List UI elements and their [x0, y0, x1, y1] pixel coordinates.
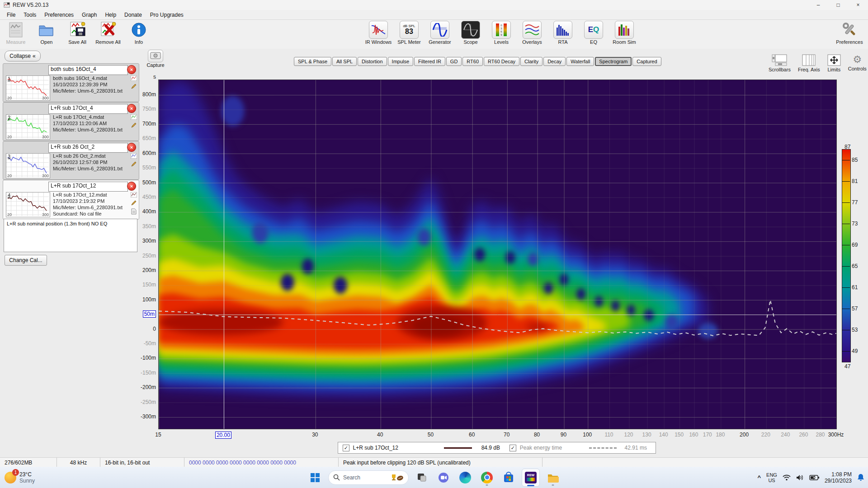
measurement-card-1[interactable]: both subs 16Oct_4 × 1 20 300 both subs 1…: [3, 63, 139, 102]
scope-button[interactable]: Scope: [458, 21, 484, 45]
edit-pencil-icon[interactable]: [131, 200, 137, 206]
menu-file[interactable]: File: [3, 11, 19, 19]
tray-chevron-icon[interactable]: ^: [758, 474, 761, 481]
delete-measurement-icon[interactable]: ×: [127, 65, 136, 74]
spl-meter-button[interactable]: dB SPL83 SPL Meter: [396, 21, 422, 45]
menu-donate[interactable]: Donate: [120, 11, 146, 19]
tab-spl-phase[interactable]: SPL & Phase: [294, 57, 331, 66]
measurement-thumbnail[interactable]: 4 20 300: [6, 192, 50, 217]
trace-settings-icon[interactable]: [131, 192, 137, 197]
delete-measurement-icon[interactable]: ×: [127, 182, 136, 191]
x-tick-50: 50: [428, 432, 434, 438]
menu-help[interactable]: Help: [101, 11, 120, 19]
x-axis: 1520.00304050607080901001101201301401501…: [158, 430, 836, 439]
menu-graph[interactable]: Graph: [78, 11, 101, 19]
levels-button[interactable]: 0369 Levels: [488, 21, 514, 45]
tab-filtered-ir[interactable]: Filtered IR: [414, 57, 445, 66]
overlays-button[interactable]: Overlays: [519, 21, 545, 45]
clock[interactable]: 1:08 PM29/10/2023: [825, 471, 852, 484]
spectrogram-plot[interactable]: [158, 80, 837, 429]
delete-measurement-icon[interactable]: ×: [127, 143, 136, 152]
weather-widget[interactable]: 1 23°CSunny: [5, 471, 35, 484]
collapse-button[interactable]: Collapse «: [5, 51, 41, 61]
measurement-thumbnail[interactable]: 2 20 300: [6, 114, 50, 140]
measurement-notes[interactable]: L+R sub nominal position (1.3m front) NO…: [4, 219, 137, 252]
minimize-icon[interactable]: –: [808, 0, 828, 10]
edit-pencil-icon[interactable]: [131, 84, 137, 89]
tab-waterfall[interactable]: Waterfall: [566, 57, 594, 66]
trace-settings-icon[interactable]: [131, 75, 137, 81]
wifi-icon[interactable]: [783, 474, 791, 481]
generator-button[interactable]: Generator: [427, 21, 453, 45]
tab-clarity[interactable]: Clarity: [520, 57, 542, 66]
tab-impulse[interactable]: Impulse: [388, 57, 414, 66]
info-button[interactable]: Info: [126, 21, 152, 45]
close-icon[interactable]: ×: [848, 0, 868, 10]
tab-gd[interactable]: GD: [446, 57, 462, 66]
tab-rt60[interactable]: RT60: [462, 57, 483, 66]
x-tick-40: 40: [377, 432, 383, 438]
measurement-card-2[interactable]: L+R sub 17Oct_4 × 2 20 300 L+R sub 17Oct…: [3, 102, 139, 141]
controls-button[interactable]: ⚙ Controls: [848, 54, 867, 72]
tab-all-spl[interactable]: All SPL: [332, 57, 357, 66]
chat-app-button[interactable]: [435, 469, 452, 486]
language-switcher[interactable]: ENGUS: [766, 472, 777, 483]
scrollbars-button[interactable]: Scrollbars: [769, 54, 791, 72]
menu-pro-upgrades[interactable]: Pro Upgrades: [146, 11, 188, 19]
rta-button[interactable]: RTA: [550, 21, 576, 45]
capture-button[interactable]: Capture: [144, 50, 167, 68]
notification-badge: 1: [12, 469, 19, 476]
file-explorer-button[interactable]: [544, 469, 561, 486]
open-button[interactable]: Open: [33, 21, 60, 45]
measurement-card-4[interactable]: L+R sub 17Oct_12 × 4 20 300 L+R sub 17Oc…: [3, 180, 139, 220]
room-sim-button[interactable]: Room Sim: [611, 21, 637, 45]
change-cal-button[interactable]: Change Cal...: [5, 255, 47, 266]
measurement-name-field[interactable]: L+R sub 26 Oct_2: [48, 143, 128, 153]
store-button[interactable]: [500, 469, 517, 486]
eq-button[interactable]: EQ EQ: [580, 21, 607, 45]
maximize-icon[interactable]: □: [828, 0, 848, 10]
x-tick-300Hz: 300Hz: [828, 432, 844, 438]
tab-decay[interactable]: Decay: [543, 57, 566, 66]
measurement-checkbox[interactable]: ✓: [343, 445, 349, 451]
measurement-thumbnail[interactable]: 3 20 300: [6, 153, 50, 178]
tab-spectrogram[interactable]: Spectrogram: [595, 57, 632, 66]
measurement-name-field[interactable]: L+R sub 17Oct_12: [48, 182, 128, 192]
peak-energy-checkbox[interactable]: ✓: [509, 445, 516, 451]
preferences-button[interactable]: Preferences: [836, 21, 863, 45]
freq-axis-button[interactable]: Freq. Axis: [798, 54, 820, 72]
menu-tools[interactable]: Tools: [19, 11, 40, 19]
trace-settings-icon[interactable]: [131, 153, 137, 159]
menu-preferences[interactable]: Preferences: [40, 11, 78, 19]
search-input[interactable]: Search: [328, 470, 409, 485]
measurement-thumbnail[interactable]: 1 20 300: [6, 75, 50, 101]
start-button[interactable]: [307, 469, 324, 486]
tab-distortion[interactable]: Distortion: [358, 57, 387, 66]
edge-browser-button[interactable]: [457, 469, 474, 486]
battery-icon[interactable]: [809, 475, 819, 480]
notes-icon[interactable]: [131, 208, 137, 215]
measurement-name-field[interactable]: L+R sub 17Oct_4: [48, 104, 128, 114]
rew-window: REW V5.20.13 – □ × File Tools Preference…: [0, 0, 868, 488]
chrome-browser-button[interactable]: [478, 469, 495, 486]
task-view-button[interactable]: [413, 469, 430, 486]
ir-windows-button[interactable]: IR Windows: [365, 21, 392, 45]
measurement-name-field[interactable]: both subs 16Oct_4: [48, 65, 128, 75]
remove-all-button[interactable]: Remove All: [95, 21, 121, 45]
y-tick--150m: -150m: [141, 370, 156, 376]
save-all-button[interactable]: Save All: [64, 21, 90, 45]
rew-taskbar-button[interactable]: REW: [522, 469, 540, 487]
measurement-card-3[interactable]: L+R sub 26 Oct_2 × 3 20 300 L+R sub 26 O…: [3, 141, 139, 180]
y-tick--250m: -250m: [141, 399, 156, 405]
tab-rt60-decay[interactable]: RT60 Decay: [484, 57, 519, 66]
edit-pencil-icon[interactable]: [131, 161, 137, 167]
measure-button[interactable]: Measure: [3, 21, 29, 45]
trace-settings-icon[interactable]: [131, 114, 137, 120]
notification-bell-icon[interactable]: [857, 474, 864, 481]
edit-pencil-icon[interactable]: [131, 122, 137, 128]
volume-icon[interactable]: [796, 474, 804, 481]
tab-captured[interactable]: Captured: [632, 57, 661, 66]
delete-measurement-icon[interactable]: ×: [127, 104, 136, 113]
limits-button[interactable]: Limits: [827, 54, 841, 72]
colorbar-tick-73: 73: [852, 221, 858, 227]
